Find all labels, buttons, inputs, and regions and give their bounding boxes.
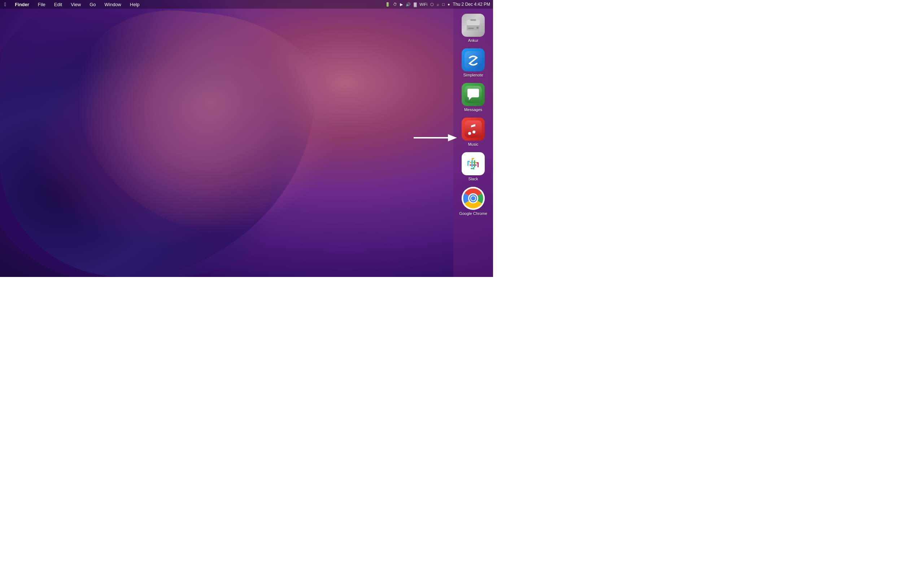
volume-icon: 🔊 (406, 2, 411, 7)
svg-rect-8 (470, 19, 476, 21)
menubar-left:  Finder File Edit View Go Window Help (3, 2, 141, 7)
simplenote-label: Simplenote (463, 73, 483, 77)
svg-rect-19 (473, 167, 474, 169)
simplenote-icon-svg (465, 51, 482, 69)
svg-point-30 (471, 196, 475, 200)
slack-icon (462, 152, 485, 175)
slack-icon-svg (465, 155, 482, 172)
wifi-icon: WiFi (419, 2, 427, 6)
play-icon: ▶ (400, 2, 403, 7)
messages-icon-svg (465, 86, 482, 103)
battery-icon: 🔋 (385, 2, 390, 7)
chrome-icon-svg (462, 187, 485, 210)
menubar-finder[interactable]: Finder (13, 2, 31, 7)
svg-rect-12 (465, 155, 482, 172)
menubar-time: Thu 2 Dec 4:42 PM (453, 2, 490, 7)
svg-rect-11 (465, 121, 482, 138)
slack-label: Slack (468, 177, 478, 181)
ankur-icon (462, 14, 485, 37)
svg-rect-23 (470, 164, 477, 166)
chrome-label: Google Chrome (459, 211, 487, 216)
svg-rect-16 (472, 158, 474, 159)
music-icon (462, 118, 485, 141)
messages-icon (462, 83, 485, 106)
menubar-help[interactable]: Help (129, 2, 141, 7)
app-item-simplenote[interactable]: Simplenote (453, 45, 493, 80)
svg-rect-25 (474, 160, 475, 167)
search-icon[interactable]: ⌕ (437, 2, 439, 6)
svg-marker-1 (448, 134, 457, 141)
messages-label: Messages (464, 108, 482, 112)
chrome-icon (462, 187, 485, 210)
menubar-go[interactable]: Go (88, 2, 97, 7)
svg-rect-22 (470, 162, 477, 163)
cast-icon: □ (442, 2, 445, 6)
ankur-icon-svg (465, 16, 482, 34)
menubar-file[interactable]: File (36, 2, 47, 7)
menubar-view[interactable]: View (69, 2, 82, 7)
menubar-window[interactable]: Window (103, 2, 123, 7)
right-sidebar: Ankur Simplenote (453, 0, 493, 277)
simplenote-icon (462, 48, 485, 71)
music-label: Music (468, 142, 478, 147)
battery-bar-icon: ▓ (414, 2, 417, 6)
svg-rect-7 (468, 28, 474, 29)
apple-menu[interactable]:  (3, 2, 8, 7)
music-icon-svg (465, 121, 482, 138)
svg-point-6 (477, 27, 478, 29)
timer-icon: ⏱ (393, 2, 397, 6)
app-item-music[interactable]: Music (453, 115, 493, 149)
app-item-slack[interactable]: Slack (453, 149, 493, 184)
app-item-ankur[interactable]: Ankur (453, 11, 493, 45)
menubar-right: 🔋 ⏱ ▶ 🔊 ▓ WiFi ⬡ ⌕ □ ● Thu 2 Dec 4:42 PM (385, 2, 490, 7)
arrow-svg (414, 132, 457, 143)
app-item-messages[interactable]: Messages (453, 80, 493, 115)
desktop-swirl-2 (24, 56, 271, 250)
svg-rect-3 (467, 20, 480, 25)
ankur-label: Ankur (468, 38, 478, 43)
menubar:  Finder File Edit View Go Window Help 🔋… (0, 0, 493, 9)
bluetooth-icon: ⬡ (430, 2, 434, 7)
svg-rect-20 (471, 168, 473, 169)
user-icon: ● (447, 2, 450, 6)
svg-rect-24 (472, 160, 473, 167)
arrow-indicator (414, 132, 457, 145)
svg-rect-18 (478, 162, 478, 167)
svg-rect-14 (467, 161, 468, 166)
app-item-chrome[interactable]: Google Chrome (453, 184, 493, 219)
menubar-edit[interactable]: Edit (53, 2, 63, 7)
